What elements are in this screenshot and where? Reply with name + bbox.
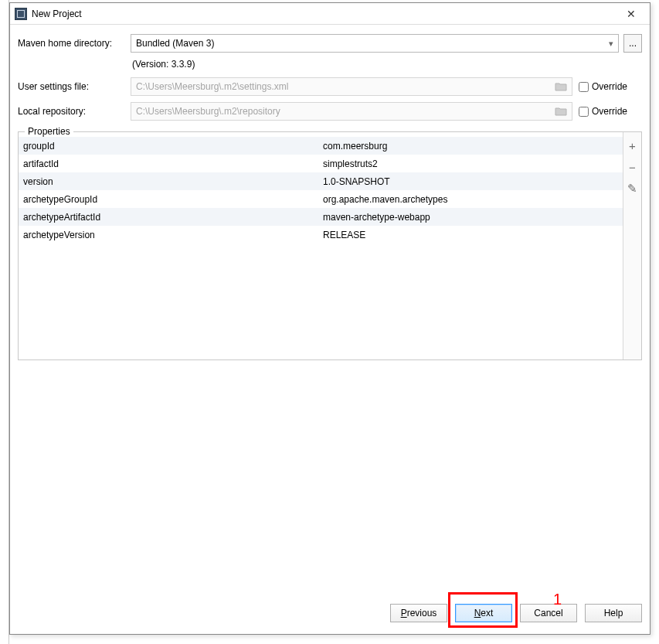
- property-value: org.apache.maven.archetypes: [323, 194, 618, 205]
- user-settings-value: C:\Users\Meersburg\.m2\settings.xml: [136, 81, 288, 92]
- background-left-gutter: [0, 0, 9, 644]
- maven-home-selected: Bundled (Maven 3): [136, 38, 214, 49]
- property-key: version: [23, 176, 323, 187]
- properties-table[interactable]: groupIdcom.meersburgartifactIdsimplestru…: [19, 132, 623, 359]
- maven-home-browse-button[interactable]: ...: [623, 34, 642, 53]
- titlebar: New Project ✕: [10, 3, 650, 25]
- properties-group: Properties groupIdcom.meersburgartifactI…: [18, 131, 642, 360]
- next-button[interactable]: Next: [455, 604, 512, 622]
- property-value: simplestruts2: [323, 158, 618, 169]
- folder-icon: [555, 107, 567, 116]
- property-value: RELEASE: [323, 230, 618, 240]
- override-label: Override: [592, 106, 627, 117]
- window-title: New Project: [32, 9, 82, 19]
- property-key: archetypeArtifactId: [23, 212, 323, 223]
- override-label: Override: [592, 81, 627, 92]
- property-row[interactable]: archetypeArtifactIdmaven-archetype-webap…: [19, 208, 623, 226]
- maven-home-dropdown[interactable]: Bundled (Maven 3) ▾: [131, 34, 619, 53]
- close-icon: ✕: [627, 8, 636, 20]
- local-repo-override[interactable]: Override: [579, 106, 642, 117]
- local-repo-label: Local repository:: [18, 106, 131, 117]
- property-row[interactable]: version1.0-SNAPSHOT: [19, 172, 623, 190]
- add-property-button[interactable]: +: [626, 138, 640, 152]
- property-value: 1.0-SNAPSHOT: [323, 176, 618, 187]
- property-row[interactable]: artifactIdsimplestruts2: [19, 155, 623, 172]
- folder-icon: [555, 82, 567, 91]
- property-key: groupId: [23, 141, 323, 152]
- close-button[interactable]: ✕: [616, 5, 647, 23]
- property-row[interactable]: archetypeGroupIdorg.apache.maven.archety…: [19, 190, 623, 208]
- user-settings-label: User settings file:: [18, 81, 131, 92]
- new-project-dialog: New Project ✕ Maven home directory: Bund…: [9, 2, 651, 635]
- property-value: com.meersburg: [323, 141, 618, 152]
- plus-icon: +: [629, 139, 636, 152]
- minus-icon: −: [629, 161, 636, 174]
- property-key: artifactId: [23, 158, 323, 169]
- local-repo-override-checkbox[interactable]: [579, 107, 589, 117]
- remove-property-button[interactable]: −: [626, 160, 640, 174]
- chevron-down-icon: ▾: [609, 39, 613, 49]
- app-icon: [15, 8, 27, 20]
- user-settings-override-checkbox[interactable]: [579, 82, 589, 92]
- maven-home-row: Maven home directory: Bundled (Maven 3) …: [18, 34, 642, 53]
- user-settings-override[interactable]: Override: [579, 81, 642, 92]
- user-settings-row: User settings file: C:\Users\Meersburg\.…: [18, 77, 642, 96]
- properties-toolbar: + − ✎: [623, 132, 641, 359]
- property-key: archetypeVersion: [23, 230, 323, 240]
- property-row[interactable]: archetypeVersionRELEASE: [19, 226, 623, 244]
- local-repo-field: C:\Users\Meersburg\.m2\repository: [131, 102, 572, 121]
- local-repo-row: Local repository: C:\Users\Meersburg\.m2…: [18, 102, 642, 121]
- user-settings-field: C:\Users\Meersburg\.m2\settings.xml: [131, 77, 572, 96]
- edit-icon: ✎: [627, 182, 637, 196]
- property-key: archetypeGroupId: [23, 194, 323, 205]
- dialog-content: Maven home directory: Bundled (Maven 3) …: [10, 25, 650, 600]
- annotation-number: 1: [553, 591, 562, 608]
- previous-button[interactable]: Previous: [390, 604, 447, 622]
- maven-version-text: (Version: 3.3.9): [132, 59, 642, 70]
- browse-label: ...: [629, 38, 637, 49]
- local-repo-value: C:\Users\Meersburg\.m2\repository: [136, 106, 280, 117]
- help-button[interactable]: Help: [585, 604, 642, 622]
- edit-property-button[interactable]: ✎: [626, 182, 640, 196]
- property-value: maven-archetype-webapp: [323, 212, 618, 223]
- cancel-button[interactable]: Cancel: [520, 604, 577, 622]
- properties-legend: Properties: [25, 126, 73, 137]
- property-row[interactable]: groupIdcom.meersburg: [19, 137, 623, 155]
- maven-home-label: Maven home directory:: [18, 38, 131, 49]
